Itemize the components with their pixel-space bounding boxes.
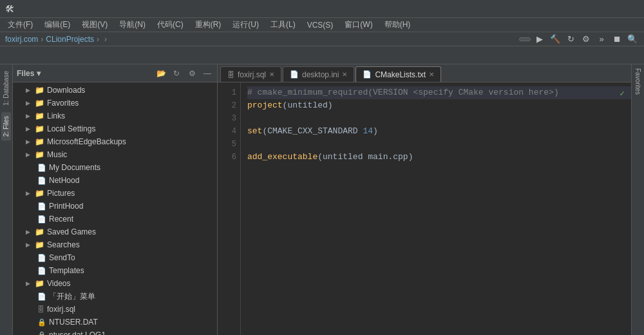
tree-item-0[interactable]: ▶📁Downloads [13,84,217,97]
panel-collapse-btn[interactable]: — [202,68,213,79]
folder-icon-12: 📁 [35,240,44,249]
folder-arrow-3: ▶ [26,126,32,132]
tree-label-12: Searches [47,240,80,249]
menubar: 文件(F)编辑(E)视图(V)导航(N)代码(C)重构(R)运行(U)工具(L)… [0,18,644,32]
tree-label-10: Recent [49,215,73,224]
tree-item-13[interactable]: 📄SendTo [13,251,217,264]
tree-item-5[interactable]: ▶📁Music [13,148,217,161]
tab-close-foxirj[interactable]: ✕ [269,71,274,78]
folder-icon-3: 📁 [35,124,44,133]
sql-file-icon: 🗄 [227,71,234,79]
file-icon-7: 📄 [37,177,46,185]
file-panel-header: Files ▾ 📂 ↻ ⚙ — [13,64,217,82]
maximize-button[interactable] [600,0,620,18]
comment-hash: # cmake_minimum_required(VERSION <specif… [247,86,559,99]
file-icon-6: 📄 [37,164,46,172]
folder-icon-2: 📁 [35,111,44,120]
tree-item-2[interactable]: ▶📁Links [13,110,217,122]
more-button[interactable]: » [595,34,608,45]
favorites-right-tab[interactable]: Favorites [633,64,643,99]
reload-button[interactable]: ↻ [564,34,577,45]
build-button[interactable]: 🔨 [549,34,562,45]
tree-label-4: MicrosoftEdgeBackups [47,137,126,146]
tree-item-17[interactable]: 🗄foxirj.sql [13,303,217,316]
folder-icon-4: 📁 [35,137,44,146]
menu-item-h[interactable]: 帮助(H) [379,18,416,32]
tree-item-11[interactable]: ▶📁Saved Games [13,225,217,238]
tree-item-3[interactable]: ▶📁Local Settings [13,122,217,135]
tree-item-16[interactable]: 📄「开始」菜单 [13,290,217,303]
tree-item-7[interactable]: 📄NetHood [13,174,217,187]
editor-area[interactable]: 1 2 3 4 5 6 # cmake_minimum_required(VER… [218,82,631,335]
panel-settings-btn[interactable]: ⚙ [186,68,198,79]
tab-close-cmake[interactable]: ✕ [429,71,434,78]
tree-item-1[interactable]: ▶📁Favorites [13,97,217,110]
tree-item-19[interactable]: 🔒ntuser.dat.LOG1 [13,329,217,335]
tree-item-6[interactable]: 📄My Documents [13,161,217,174]
code-area[interactable]: # cmake_minimum_required(VERSION <specif… [241,82,631,335]
tree-item-14[interactable]: 📄Templates [13,264,217,277]
folder-arrow-2: ▶ [26,113,32,119]
tree-item-12[interactable]: ▶📁Searches [13,238,217,251]
menu-item-vcss[interactable]: VCS(S) [302,19,339,31]
breadcrumb-bar: foxirj.com › CLionProjects › › ▶ 🔨 ↻ ⚙ »… [0,32,644,46]
right-panel: Favorites [631,64,644,335]
add-configuration-button[interactable] [519,37,531,41]
tab-label-cmake: CMakeLists.txt [375,70,426,79]
code-line-3 [247,112,631,125]
line-num-5: 5 [218,138,236,151]
file-tree: ▶📁Downloads▶📁Favorites▶📁Links▶📁Local Set… [13,82,217,335]
tab-desktop-ini[interactable]: 📄 desktop.ini ✕ [283,66,354,82]
menu-item-l[interactable]: 工具(L) [265,18,301,32]
stop-button[interactable]: ⏹ [611,34,623,45]
file-icon-17: 🗄 [37,305,44,313]
settings-button[interactable]: ⚙ [580,34,592,45]
minimize-button[interactable] [581,0,600,18]
menu-item-w[interactable]: 窗口(W) [339,18,377,32]
file-icon-18: 🔒 [37,318,46,327]
menu-item-u[interactable]: 运行(U) [227,18,264,32]
menu-item-f[interactable]: 文件(F) [3,18,38,32]
tree-item-18[interactable]: 🔒NTUSER.DAT [13,316,217,329]
breadcrumb-clionprojects[interactable]: CLionProjects [46,35,94,44]
tree-item-8[interactable]: ▶📁Pictures [13,187,217,200]
search-everywhere-button[interactable]: 🔍 [626,34,639,45]
tab-foxirj-sql[interactable]: 🗄 foxirj.sql ✕ [220,66,281,82]
files-tab[interactable]: 2: Files [1,112,11,140]
breadcrumb-foxirj[interactable]: foxirj.com [5,35,38,44]
tab-close-desktop[interactable]: ✕ [342,71,347,78]
code-line-2: project(untitled) [247,99,631,112]
side-panel-tabs: 1: Database 2: Files [0,64,13,335]
tree-item-10[interactable]: 📄Recent [13,213,217,225]
line-num-4: 4 [218,125,236,138]
tree-label-9: PrintHood [49,202,83,211]
folder-arrow-11: ▶ [26,229,32,235]
panel-refresh-btn[interactable]: ↻ [171,68,182,79]
code-line-6: add_executable(untitled main.cpp) [247,151,631,164]
menu-item-n[interactable]: 导航(N) [114,18,151,32]
line-num-2: 2 [218,99,236,112]
menu-item-r[interactable]: 重构(R) [190,18,227,32]
folder-arrow-8: ▶ [26,190,32,196]
tree-item-9[interactable]: 📄PrintHood [13,200,217,213]
panel-browse-btn[interactable]: 📂 [155,68,167,79]
folder-icon-1: 📁 [35,99,44,108]
tree-label-5: Music [47,150,67,159]
run-button[interactable]: ▶ [533,34,546,45]
menu-item-e[interactable]: 编辑(E) [39,18,75,32]
close-button[interactable] [620,0,639,18]
tree-label-17: foxirj.sql [47,305,75,314]
tree-label-7: NetHood [49,176,79,185]
tree-label-11: Saved Games [47,227,96,236]
line-num-6: 6 [218,151,236,164]
tab-cmakelists[interactable]: 📄 CMakeLists.txt ✕ [355,66,441,82]
folder-arrow-4: ▶ [26,139,32,145]
menu-item-v[interactable]: 视图(V) [77,18,113,32]
tree-label-14: Templates [49,266,84,275]
tree-item-15[interactable]: ▶📁Videos [13,277,217,290]
tree-item-4[interactable]: ▶📁MicrosoftEdgeBackups [13,135,217,148]
check-icon: ✓ [620,88,625,100]
tree-label-6: My Documents [49,163,100,172]
database-tab[interactable]: 1: Database [1,67,11,110]
menu-item-c[interactable]: 代码(C) [152,18,189,32]
